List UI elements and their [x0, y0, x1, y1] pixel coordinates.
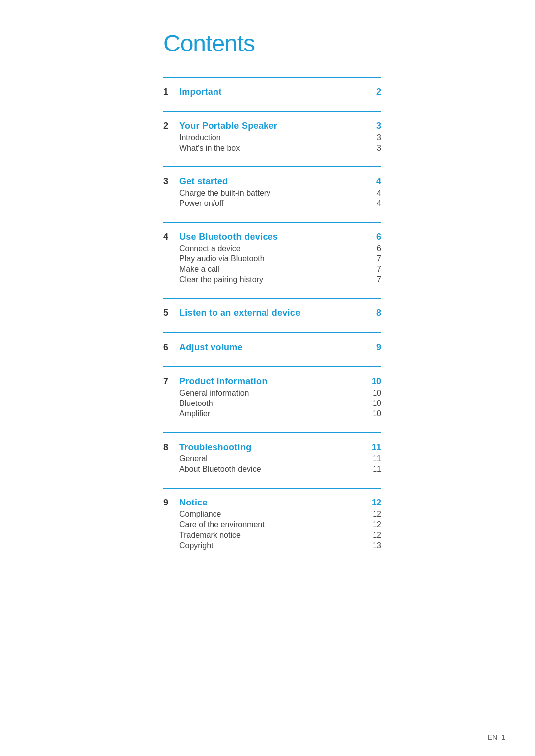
toc-sub-label: General — [179, 454, 367, 463]
page-title: Contents — [163, 30, 381, 57]
toc-number-9: 9 — [163, 498, 175, 508]
toc-main-row-1: 1Important2 — [163, 87, 381, 97]
list-item: Make a call7 — [163, 265, 381, 274]
toc-page-4: 6 — [367, 232, 381, 242]
toc-sub-label: About Bluetooth device — [179, 465, 367, 474]
toc-title-4: Use Bluetooth devices — [179, 232, 367, 242]
toc-sub-label: Clear the pairing history — [179, 275, 367, 284]
toc-sub-label: Bluetooth — [179, 399, 367, 408]
toc-sub-page: 12 — [367, 520, 381, 529]
toc-sub-page: 3 — [367, 133, 381, 142]
toc-section-9: 9Notice12Compliance12Care of the environ… — [163, 488, 381, 550]
toc-main-row-5: 5Listen to an external device8 — [163, 308, 381, 318]
toc-sub-rows-8: General11About Bluetooth device11 — [163, 454, 381, 474]
toc-page-5: 8 — [367, 308, 381, 318]
toc-sub-page: 12 — [367, 531, 381, 540]
toc-number-3: 3 — [163, 176, 175, 187]
toc-sub-page: 7 — [367, 265, 381, 274]
toc-page-3: 4 — [367, 176, 381, 187]
toc-title-9: Notice — [179, 498, 367, 508]
toc-page-7: 10 — [367, 376, 381, 387]
list-item: Connect a device6 — [163, 244, 381, 253]
toc-sub-label: Compliance — [179, 510, 367, 519]
toc-sub-label: Charge the built-in battery — [179, 189, 367, 198]
toc-sub-label: What's in the box — [179, 144, 367, 152]
list-item: General information10 — [163, 389, 381, 398]
toc-container: 1Important22Your Portable Speaker3Introd… — [163, 77, 381, 550]
toc-main-row-8: 8Troubleshooting11 — [163, 442, 381, 453]
list-item: Trademark notice12 — [163, 531, 381, 540]
list-item: General11 — [163, 454, 381, 463]
toc-sub-page: 4 — [367, 189, 381, 198]
toc-sub-page: 12 — [367, 510, 381, 519]
toc-sub-rows-4: Connect a device6Play audio via Bluetoot… — [163, 244, 381, 284]
toc-sub-rows-9: Compliance12Care of the environment12Tra… — [163, 510, 381, 550]
toc-sub-rows-7: General information10Bluetooth10Amplifie… — [163, 389, 381, 418]
toc-sub-page: 10 — [367, 389, 381, 398]
toc-main-row-9: 9Notice12 — [163, 498, 381, 508]
toc-main-row-7: 7Product information10 — [163, 376, 381, 387]
footer: EN 1 — [488, 733, 505, 741]
toc-sub-label: Make a call — [179, 265, 367, 274]
toc-main-row-3: 3Get started4 — [163, 176, 381, 187]
toc-number-8: 8 — [163, 442, 175, 453]
toc-main-row-2: 2Your Portable Speaker3 — [163, 121, 381, 131]
list-item: Play audio via Bluetooth7 — [163, 254, 381, 263]
toc-section-2: 2Your Portable Speaker3Introduction3What… — [163, 111, 381, 152]
toc-sub-page: 7 — [367, 254, 381, 263]
toc-main-row-4: 4Use Bluetooth devices6 — [163, 232, 381, 242]
toc-title-2: Your Portable Speaker — [179, 121, 367, 131]
toc-section-7: 7Product information10General informatio… — [163, 366, 381, 418]
toc-sub-label: Power on/off — [179, 199, 367, 208]
toc-title-1: Important — [179, 87, 367, 97]
toc-section-8: 8Troubleshooting11General11About Bluetoo… — [163, 432, 381, 474]
toc-number-6: 6 — [163, 342, 175, 353]
toc-sub-label: Play audio via Bluetooth — [179, 254, 367, 263]
list-item: About Bluetooth device11 — [163, 465, 381, 474]
page-container: Contents 1Important22Your Portable Speak… — [134, 0, 401, 604]
toc-title-7: Product information — [179, 376, 367, 387]
toc-title-3: Get started — [179, 176, 367, 187]
toc-number-4: 4 — [163, 232, 175, 242]
toc-sub-label: Trademark notice — [179, 531, 367, 540]
toc-number-5: 5 — [163, 308, 175, 318]
toc-sub-page: 10 — [367, 399, 381, 408]
toc-sub-label: Copyright — [179, 541, 367, 550]
toc-sub-label: Connect a device — [179, 244, 367, 253]
toc-sub-label: Care of the environment — [179, 520, 367, 529]
list-item: Compliance12 — [163, 510, 381, 519]
toc-sub-page: 4 — [367, 199, 381, 208]
toc-sub-label: Introduction — [179, 133, 367, 142]
toc-sub-label: General information — [179, 389, 367, 398]
toc-number-2: 2 — [163, 121, 175, 131]
toc-sub-label: Amplifier — [179, 409, 367, 418]
toc-sub-page: 11 — [367, 454, 381, 463]
toc-title-5: Listen to an external device — [179, 308, 367, 318]
toc-sub-rows-2: Introduction3What's in the box3 — [163, 133, 381, 152]
list-item: Charge the built-in battery4 — [163, 189, 381, 198]
list-item: Care of the environment12 — [163, 520, 381, 529]
list-item: Introduction3 — [163, 133, 381, 142]
list-item: Amplifier10 — [163, 409, 381, 418]
toc-sub-page: 13 — [367, 541, 381, 550]
toc-page-6: 9 — [367, 342, 381, 353]
list-item: Power on/off4 — [163, 199, 381, 208]
toc-section-3: 3Get started4Charge the built-in battery… — [163, 166, 381, 208]
list-item: Clear the pairing history7 — [163, 275, 381, 284]
toc-section-4: 4Use Bluetooth devices6Connect a device6… — [163, 222, 381, 284]
toc-sub-rows-3: Charge the built-in battery4Power on/off… — [163, 189, 381, 208]
list-item: Bluetooth10 — [163, 399, 381, 408]
toc-sub-page: 10 — [367, 409, 381, 418]
toc-number-7: 7 — [163, 376, 175, 387]
toc-title-6: Adjust volume — [179, 342, 367, 353]
toc-section-1: 1Important2 — [163, 77, 381, 97]
toc-title-8: Troubleshooting — [179, 442, 367, 453]
footer-lang: EN — [488, 733, 497, 741]
toc-sub-page: 3 — [367, 144, 381, 152]
toc-sub-page: 7 — [367, 275, 381, 284]
toc-page-9: 12 — [367, 498, 381, 508]
toc-sub-page: 11 — [367, 465, 381, 474]
toc-page-8: 11 — [367, 442, 381, 453]
toc-main-row-6: 6Adjust volume9 — [163, 342, 381, 353]
list-item: What's in the box3 — [163, 144, 381, 152]
